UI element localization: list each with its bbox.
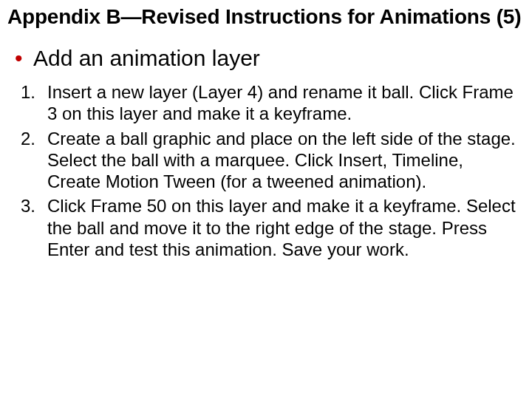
bullet-icon: • [15,44,23,72]
steps-list: Insert a new layer (Layer 4) and rename … [21,81,517,263]
list-item: Click Frame 50 on this layer and make it… [21,195,517,260]
list-item: Create a ball graphic and place on the l… [21,128,517,193]
slide: Appendix B—Revised Instructions for Anim… [0,0,532,399]
list-item: Insert a new layer (Layer 4) and rename … [21,81,517,125]
section-bullet: • Add an animation layer [15,44,517,72]
section-heading: Add an animation layer [33,44,260,72]
slide-title: Appendix B—Revised Instructions for Anim… [7,6,529,29]
